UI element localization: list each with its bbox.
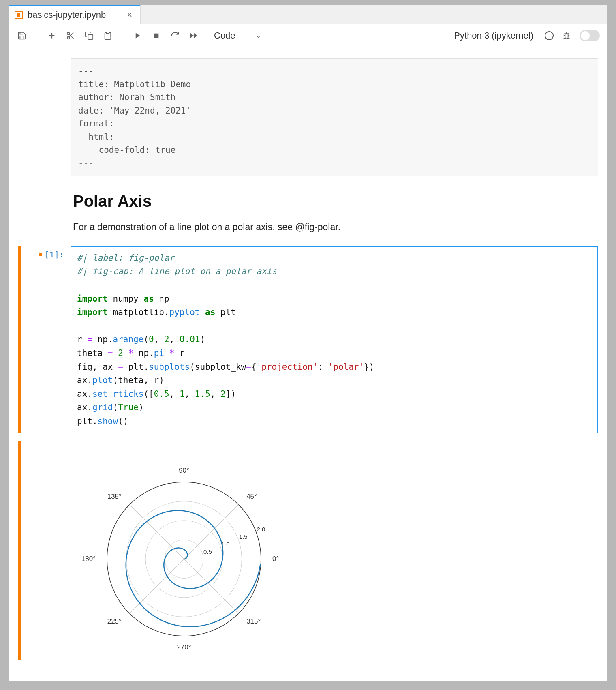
save-button[interactable] — [16, 30, 28, 41]
close-icon[interactable]: × — [127, 10, 132, 20]
celltype-label: Code — [214, 30, 235, 41]
svg-marker-12 — [194, 33, 197, 39]
svg-text:0.5: 0.5 — [203, 548, 212, 555]
markdown-cell-row: Polar Axis For a demonstration of a line… — [18, 184, 598, 238]
execution-prompt: [1]: — [45, 250, 64, 259]
code-cell-row: [1]: #| label: fig-polar #| fig-cap: A l… — [18, 246, 598, 433]
kernel-name[interactable]: Python 3 (ipykernel) — [454, 30, 533, 41]
tab-notebook[interactable]: basics-jupyter.ipynb × — [9, 5, 141, 24]
chevron-down-icon: ⌄ — [256, 32, 261, 39]
svg-text:135°: 135° — [107, 492, 122, 500]
active-cell-indicator — [18, 441, 21, 660]
svg-point-2 — [67, 32, 70, 34]
notebook-icon — [15, 11, 23, 19]
prompt-area: [1]: — [39, 250, 64, 259]
tab-bar: basics-jupyter.ipynb × — [9, 5, 607, 24]
run-button[interactable] — [132, 30, 143, 41]
svg-text:1.5: 1.5 — [239, 533, 248, 540]
markdown-cell[interactable]: Polar Axis For a demonstration of a line… — [71, 184, 598, 238]
code-cell[interactable]: #| label: fig-polar #| fig-cap: A line p… — [71, 246, 598, 433]
raw-cell[interactable]: --- title: Matplotlib Demo author: Norah… — [71, 58, 598, 176]
svg-text:0°: 0° — [272, 555, 279, 563]
celltype-select[interactable]: Code ⌄ — [211, 30, 264, 41]
add-cell-button[interactable] — [46, 30, 58, 41]
toolbar: Code ⌄ Python 3 (ipykernel) — [9, 24, 607, 47]
output-cell: 0°45°90°135°180°225°270°315°0.51.01.52.0 — [71, 441, 598, 660]
svg-rect-8 — [106, 32, 109, 33]
paste-button[interactable] — [102, 30, 113, 41]
svg-line-5 — [71, 36, 73, 39]
svg-point-3 — [67, 36, 70, 39]
markdown-body: For a demonstration of a line plot on a … — [73, 220, 596, 234]
stop-button[interactable] — [151, 30, 162, 41]
svg-text:315°: 315° — [246, 617, 261, 625]
svg-marker-11 — [190, 33, 194, 39]
raw-cell-row: --- title: Matplotlib Demo author: Norah… — [18, 58, 598, 176]
notebook-body: --- title: Matplotlib Demo author: Norah… — [9, 47, 607, 681]
svg-line-6 — [69, 34, 71, 36]
svg-text:2.0: 2.0 — [257, 526, 265, 533]
debug-button[interactable] — [561, 30, 572, 41]
svg-text:270°: 270° — [177, 643, 191, 651]
kernel-status-icon[interactable] — [545, 31, 554, 40]
svg-text:45°: 45° — [246, 492, 257, 500]
svg-line-23 — [130, 559, 184, 613]
svg-rect-13 — [565, 33, 568, 39]
svg-rect-7 — [88, 34, 93, 39]
run-all-button[interactable] — [188, 30, 199, 41]
copy-button[interactable] — [83, 30, 95, 41]
mode-toggle[interactable] — [580, 30, 600, 41]
tab-title: basics-jupyter.ipynb — [28, 10, 106, 20]
svg-rect-10 — [154, 33, 159, 38]
svg-text:180°: 180° — [81, 555, 96, 563]
active-cell-indicator — [18, 246, 21, 433]
output-cell-row: 0°45°90°135°180°225°270°315°0.51.01.52.0 — [18, 441, 598, 660]
svg-line-21 — [130, 504, 184, 559]
svg-line-25 — [184, 559, 238, 613]
jupyter-window: basics-jupyter.ipynb × — [9, 5, 607, 681]
markdown-heading: Polar Axis — [73, 192, 596, 210]
svg-text:225°: 225° — [107, 617, 122, 625]
svg-marker-9 — [136, 33, 140, 39]
polar-plot: 0°45°90°135°180°225°270°315°0.51.01.52.0 — [71, 450, 289, 660]
svg-text:90°: 90° — [179, 467, 189, 474]
restart-button[interactable] — [169, 30, 181, 41]
cut-button[interactable] — [65, 30, 76, 41]
unsaved-dot-icon — [39, 253, 42, 256]
